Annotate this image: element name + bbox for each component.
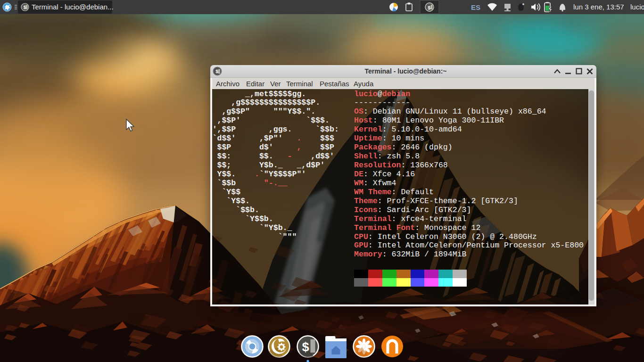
svg-text:$: $ [24, 5, 26, 10]
svg-text:ES: ES [471, 3, 480, 11]
svg-text:$: $ [215, 69, 219, 74]
svg-text:$: $ [302, 341, 309, 355]
svg-text:$: $ [428, 5, 431, 11]
